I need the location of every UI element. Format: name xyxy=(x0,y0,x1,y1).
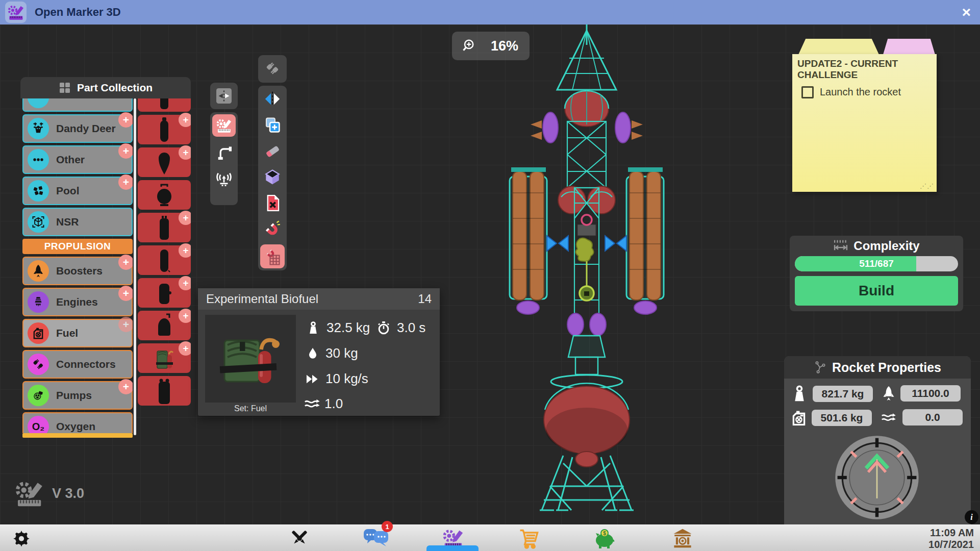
category-list-bottom-bar xyxy=(22,433,133,438)
clock-time: 11:09 AM xyxy=(928,527,974,539)
task-checkbox[interactable] xyxy=(801,86,814,98)
weight-icon xyxy=(790,385,809,403)
chat-icon[interactable]: 1 xyxy=(361,525,390,551)
swap-sides-tool[interactable] xyxy=(210,83,238,109)
challenge-note: UPDATE2 - CURRENT CHALLENGE Launch the r… xyxy=(792,54,937,192)
category-other[interactable]: Other + xyxy=(22,145,133,174)
new-parts-badge[interactable]: + xyxy=(118,317,133,332)
eraser-icon[interactable] xyxy=(259,138,286,164)
title-bar: Open Marker 3D × xyxy=(0,0,980,24)
connector-tool[interactable] xyxy=(258,55,287,83)
droplet-icon xyxy=(306,347,319,360)
category-boosters[interactable]: Boosters + xyxy=(22,257,133,285)
grid-icon xyxy=(59,82,71,94)
category-dandy-deer[interactable]: Dandy Deer + xyxy=(22,114,133,143)
category-fuel[interactable]: Fuel + xyxy=(22,319,133,347)
new-parts-badge[interactable]: + xyxy=(118,379,133,394)
part-tooltip: Experimental Biofuel 14 Set: Fuel 32.5 k… xyxy=(198,288,440,416)
category-label: Pool xyxy=(56,185,80,197)
part-tile-capsule[interactable]: + xyxy=(138,245,191,275)
category-connectors[interactable]: Connectors xyxy=(22,350,133,379)
part-badge: + xyxy=(179,309,191,323)
category-label: Pumps xyxy=(56,389,92,402)
oxygen-icon: O₂ xyxy=(28,416,49,433)
delete-part-icon[interactable] xyxy=(259,190,286,216)
stat-mass: 32.5 kg xyxy=(306,320,370,336)
prop-thrust: 11100.0 xyxy=(881,385,961,402)
zoom-control[interactable]: 16% xyxy=(452,32,530,60)
rocket-icon xyxy=(881,385,896,402)
cube-icon[interactable] xyxy=(259,164,286,190)
part-collection-header[interactable]: Part Collection xyxy=(20,77,191,98)
part-tile-round-tank[interactable]: + xyxy=(138,311,191,340)
snap-grid-icon[interactable] xyxy=(260,244,285,268)
part-tile-dark-part[interactable] xyxy=(138,376,191,406)
stat-ratio: 1.0 xyxy=(304,395,343,412)
part-badge: + xyxy=(179,211,191,225)
task-label: Launch the rocket xyxy=(820,86,901,98)
category-oxygen[interactable]: O₂ Oxygen xyxy=(22,412,133,433)
rocket-properties-header: Rocket Properties xyxy=(784,356,971,379)
stat-burn-time: 3.0 s xyxy=(376,320,425,336)
mode-palette xyxy=(210,112,238,205)
propulsion-section-header: PROPULSION xyxy=(22,239,133,254)
booster-rocket-icon xyxy=(28,260,49,282)
challenge-task: Launch the rocket xyxy=(801,86,932,98)
new-parts-badge[interactable]: + xyxy=(118,255,133,270)
new-parts-badge[interactable]: + xyxy=(118,174,133,190)
tooltip-title: Experimental Biofuel xyxy=(206,292,318,306)
new-parts-badge[interactable]: + xyxy=(118,112,133,128)
plug-icon xyxy=(28,354,49,375)
note-tab-yellow[interactable] xyxy=(798,39,879,55)
deer-icon xyxy=(28,118,49,139)
magnet-icon[interactable] xyxy=(259,216,286,242)
antenna-icon[interactable] xyxy=(210,165,238,192)
part-badge: + xyxy=(179,276,191,290)
system-clock[interactable]: 11:09 AM 10/7/2021 xyxy=(928,527,974,550)
crossed-markers-icon[interactable] xyxy=(287,525,312,551)
duplicate-icon[interactable] xyxy=(259,112,286,138)
category-row-partial[interactable] xyxy=(22,98,133,112)
design-mode-icon[interactable] xyxy=(212,114,236,137)
part-tile-cylinder-tank[interactable]: + xyxy=(138,213,191,242)
part-badge: + xyxy=(179,145,191,160)
build-button[interactable]: Build xyxy=(795,276,958,306)
rocket-blueprint[interactable] xyxy=(490,24,684,524)
pool-icon xyxy=(28,180,49,202)
pipe-icon[interactable] xyxy=(210,139,238,165)
part-tile-barrel[interactable]: + xyxy=(138,278,191,308)
prop-flow: 0.0 xyxy=(879,409,963,425)
category-engines[interactable]: Engines + xyxy=(22,288,133,316)
svg-text:$: $ xyxy=(603,531,606,536)
piggy-bank-icon[interactable]: $ xyxy=(591,525,618,551)
part-tile-biofuel-can[interactable]: + xyxy=(138,343,191,373)
category-pumps[interactable]: Pumps + xyxy=(22,381,133,410)
category-pool[interactable]: Pool + xyxy=(22,177,133,205)
orientation-compass[interactable] xyxy=(833,434,921,521)
magnifier-plus-icon xyxy=(462,38,478,54)
note-resize-grip[interactable]: ⋰⋰ xyxy=(920,182,934,190)
shopping-cart-icon[interactable] xyxy=(516,525,542,551)
bank-icon[interactable] xyxy=(670,525,695,551)
build-canvas[interactable]: 16% Part Collection Dandy Deer + xyxy=(0,24,980,524)
settings-gear-icon[interactable] xyxy=(10,525,33,551)
tooltip-count: 14 xyxy=(418,292,432,306)
category-scrollbar[interactable] xyxy=(134,98,136,435)
new-parts-badge[interactable]: + xyxy=(118,286,133,301)
mirror-icon[interactable] xyxy=(259,86,286,112)
version-label: V 3.0 xyxy=(52,486,84,502)
part-set-label: Set: Fuel xyxy=(205,404,296,413)
part-tile-teardrop[interactable]: + xyxy=(138,147,191,177)
close-icon[interactable]: × xyxy=(962,5,971,20)
new-parts-badge[interactable]: + xyxy=(118,143,133,159)
rocket-properties-title: Rocket Properties xyxy=(832,360,941,375)
schematic-icon xyxy=(814,361,827,374)
ruler-width-icon xyxy=(833,238,848,254)
part-tile-bottle-capped[interactable]: + xyxy=(138,98,191,112)
note-tab-pink[interactable] xyxy=(883,39,935,55)
part-tile-bottle[interactable]: + xyxy=(138,115,191,144)
engine-icon xyxy=(28,291,49,313)
part-tile-propane-tank[interactable] xyxy=(138,180,191,210)
category-nsr[interactable]: NSR xyxy=(22,208,133,236)
info-icon[interactable]: i xyxy=(965,510,978,524)
